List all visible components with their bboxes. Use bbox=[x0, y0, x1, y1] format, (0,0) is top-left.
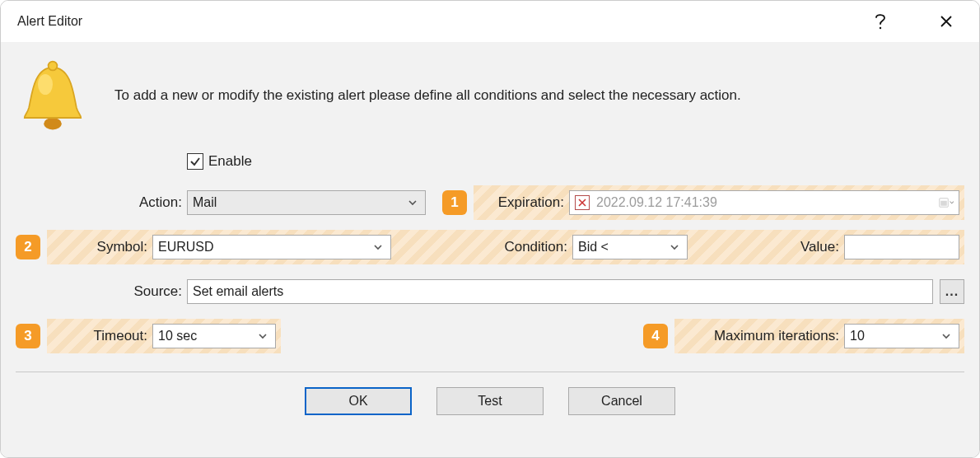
help-button[interactable] bbox=[864, 5, 897, 38]
condition-combo[interactable]: Bid < bbox=[572, 235, 688, 259]
badge-1: 1 bbox=[442, 190, 467, 215]
maxiter-combo[interactable]: 10 bbox=[844, 324, 959, 348]
badge-4: 4 bbox=[643, 324, 668, 348]
action-combo[interactable]: Mail bbox=[187, 190, 426, 215]
maxiter-value: 10 bbox=[850, 329, 939, 344]
question-icon bbox=[875, 12, 886, 30]
expiration-field[interactable]: 2022.09.12 17:41:39 bbox=[569, 190, 959, 215]
source-label: Source: bbox=[47, 283, 187, 300]
titlebar: Alert Editor bbox=[1, 1, 979, 42]
expiration-label: Expiration: bbox=[478, 194, 569, 211]
chevron-down-icon bbox=[405, 195, 420, 210]
condition-label: Condition: bbox=[482, 239, 572, 255]
value-field[interactable] bbox=[844, 235, 959, 259]
intro-text: To add a new or modify the existing aler… bbox=[114, 87, 741, 104]
symbol-combo[interactable]: EURUSD bbox=[152, 235, 391, 259]
bell-icon bbox=[16, 58, 90, 133]
action-label: Action: bbox=[47, 194, 187, 211]
svg-point-1 bbox=[44, 118, 62, 129]
symbol-label: Symbol: bbox=[52, 239, 152, 255]
check-icon bbox=[187, 153, 203, 170]
source-value: Set email alerts bbox=[193, 284, 283, 299]
ok-button[interactable]: OK bbox=[305, 387, 412, 415]
clear-date-icon[interactable] bbox=[575, 195, 590, 210]
expiration-value: 2022.09.12 17:41:39 bbox=[596, 195, 717, 210]
alert-editor-window: Alert Editor To add a new or modify the … bbox=[0, 0, 980, 458]
enable-label: Enable bbox=[208, 153, 252, 170]
separator bbox=[16, 372, 964, 372]
badge-3: 3 bbox=[16, 324, 40, 348]
timeout-label: Timeout: bbox=[52, 328, 152, 344]
value-label: Value: bbox=[778, 239, 844, 255]
enable-checkbox[interactable]: Enable bbox=[187, 153, 252, 170]
close-button[interactable] bbox=[930, 5, 963, 38]
browse-button[interactable]: ... bbox=[940, 279, 964, 304]
timeout-combo[interactable]: 10 sec bbox=[152, 324, 276, 348]
chevron-down-icon bbox=[939, 329, 954, 344]
svg-point-3 bbox=[38, 74, 53, 95]
svg-rect-5 bbox=[940, 201, 947, 206]
window-title: Alert Editor bbox=[17, 14, 82, 29]
calendar-dropdown-icon[interactable] bbox=[939, 195, 954, 210]
svg-point-2 bbox=[49, 62, 58, 71]
svg-point-0 bbox=[880, 27, 881, 29]
action-value: Mail bbox=[193, 195, 405, 210]
condition-value: Bid < bbox=[578, 240, 667, 255]
chevron-down-icon bbox=[255, 329, 270, 344]
close-icon bbox=[940, 15, 953, 28]
cancel-button[interactable]: Cancel bbox=[568, 387, 675, 415]
chevron-down-icon bbox=[371, 240, 385, 255]
source-field[interactable]: Set email alerts bbox=[187, 279, 933, 304]
test-button[interactable]: Test bbox=[436, 387, 544, 415]
dialog-body: To add a new or modify the existing aler… bbox=[1, 42, 979, 457]
maxiter-label: Maximum iterations: bbox=[679, 328, 844, 344]
timeout-value: 10 sec bbox=[158, 329, 255, 344]
chevron-down-icon bbox=[667, 240, 682, 255]
symbol-value: EURUSD bbox=[158, 240, 371, 255]
badge-2: 2 bbox=[16, 235, 40, 259]
